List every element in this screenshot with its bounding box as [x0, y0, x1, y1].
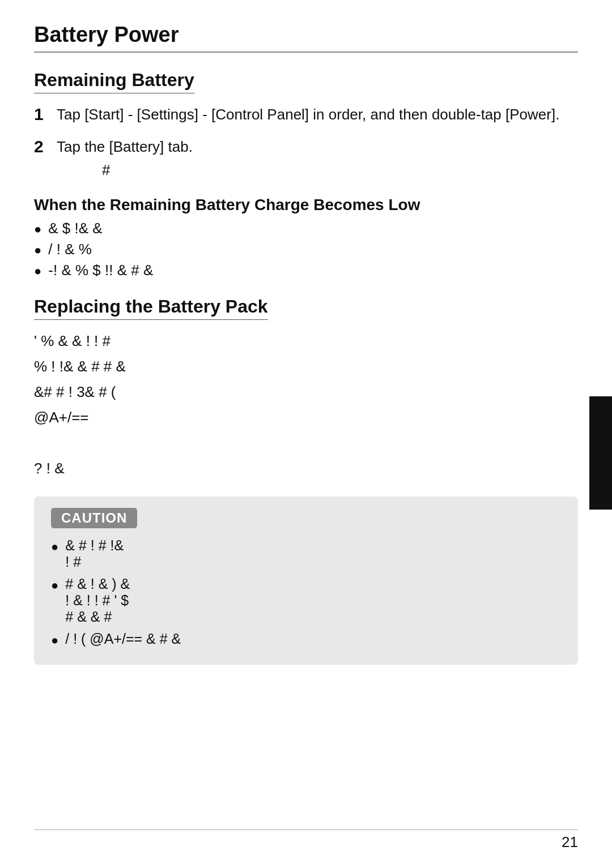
list-item: ● # & ! & ) & ! & ! ! # ' $ # & & #	[51, 576, 561, 625]
replace-line-0: ' % & & ! ! #	[34, 330, 578, 352]
list-item: ● -! & % $ !! & # &	[34, 262, 578, 279]
bullet-text: # & ! & ) & ! & ! ! # ' $ # & & #	[65, 576, 130, 625]
page-number: 21	[562, 833, 578, 850]
remaining-battery-section: Remaining Battery 1 Tap [Start] - [Setti…	[34, 70, 578, 279]
remaining-battery-title: Remaining Battery	[34, 70, 194, 93]
replace-line-3: @A+/==	[34, 407, 578, 429]
step-1: 1 Tap [Start] - [Settings] - [Control Pa…	[34, 104, 578, 126]
bullet-icon: ●	[51, 578, 58, 593]
bullet-text: / ! & %	[48, 241, 92, 258]
replace-line-2: &# # ! 3& # (	[34, 381, 578, 403]
caution-box: CAUTION ● & # ! # !& ! # ● # & ! & ) & !…	[34, 497, 578, 665]
black-tab	[589, 396, 612, 510]
step-2-number: 2	[34, 136, 57, 156]
step-2-text: Tap the [Battery] tab.	[57, 136, 578, 158]
bullet-text: -! & % $ !! & # &	[48, 262, 153, 279]
low-battery-title: When the Remaining Battery Charge Become…	[34, 196, 578, 214]
low-battery-bullets: ● & $ !& & ● / ! & % ● -! & % $ !! & # &	[34, 220, 578, 279]
replacing-battery-title: Replacing the Battery Pack	[34, 296, 268, 320]
replace-line-5: ? ! &	[34, 457, 578, 480]
page-number-bar: 21	[34, 829, 578, 851]
replace-line-1: % ! !& & # # &	[34, 356, 578, 378]
bullet-icon: ●	[34, 264, 41, 279]
replacing-battery-section: Replacing the Battery Pack ' % & & ! ! #…	[34, 296, 578, 480]
step-2-hash: #	[57, 161, 578, 179]
page-title: Battery Power	[34, 23, 578, 53]
list-item: ● & $ !& &	[34, 220, 578, 237]
bullet-icon: ●	[51, 540, 58, 554]
list-item: ● / ! & %	[34, 241, 578, 258]
step-2: 2 Tap the [Battery] tab. #	[34, 136, 578, 185]
step-1-number: 1	[34, 104, 57, 124]
bullet-text: & $ !& &	[48, 220, 102, 237]
step-1-text: Tap [Start] - [Settings] - [Control Pane…	[57, 106, 559, 123]
bullet-text: / ! ( @A+/== & # &	[65, 631, 181, 647]
bullet-icon: ●	[51, 633, 58, 648]
bullet-text: & # ! # !& ! #	[65, 537, 124, 570]
replace-line-4	[34, 432, 578, 454]
list-item: ● & # ! # !& ! #	[51, 537, 561, 570]
caution-bullet-list: ● & # ! # !& ! # ● # & ! & ) & ! & ! ! #…	[51, 537, 561, 648]
bullet-icon: ●	[34, 222, 41, 237]
list-item: ● / ! ( @A+/== & # &	[51, 631, 561, 648]
bullet-icon: ●	[34, 243, 41, 258]
low-battery-subsection: When the Remaining Battery Charge Become…	[34, 196, 578, 279]
caution-label: CAUTION	[51, 508, 137, 528]
